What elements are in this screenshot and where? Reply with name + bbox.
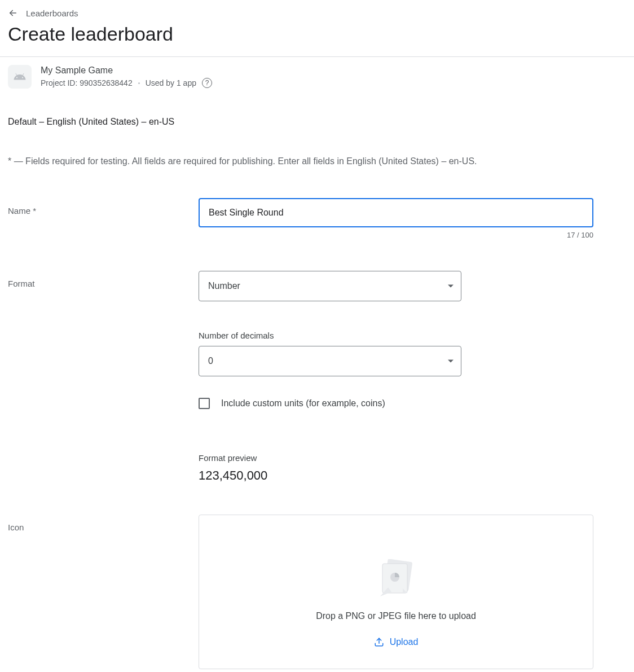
used-by: Used by 1 app: [146, 78, 196, 87]
upload-icon: [374, 637, 384, 647]
upload-label: Upload: [390, 637, 419, 647]
name-label: Name *: [8, 198, 199, 216]
format-preview-label: Format preview: [199, 453, 593, 463]
name-char-counter: 17 / 100: [199, 231, 593, 239]
dropzone-text: Drop a PNG or JPEG file here to upload: [316, 611, 476, 621]
back-arrow-icon[interactable]: [8, 8, 18, 18]
android-icon: [8, 65, 32, 89]
custom-units-checkbox[interactable]: [199, 398, 210, 409]
page-title: Create leaderboard: [8, 21, 626, 46]
decimals-select[interactable]: [199, 346, 461, 376]
help-icon[interactable]: ?: [202, 78, 212, 88]
format-label: Format: [8, 271, 199, 288]
custom-units-label: Include custom units (for example, coins…: [221, 398, 385, 409]
file-stack-icon: [377, 559, 415, 600]
upload-button[interactable]: Upload: [367, 633, 425, 652]
decimals-label: Number of decimals: [199, 331, 593, 340]
icon-dropzone[interactable]: Drop a PNG or JPEG file here to upload U…: [199, 515, 593, 669]
project-id: Project ID: 990352638442: [41, 78, 133, 87]
locale-line: Default – English (United States) – en-U…: [8, 117, 626, 127]
breadcrumb-label: Leaderboards: [26, 8, 78, 18]
format-select[interactable]: [199, 271, 461, 301]
breadcrumb[interactable]: Leaderboards: [8, 8, 626, 18]
icon-label: Icon: [8, 515, 199, 532]
name-input[interactable]: [199, 198, 593, 227]
helper-line: * — Fields required for testing. All fie…: [8, 156, 626, 166]
project-name: My Sample Game: [41, 65, 212, 76]
separator-dot: [138, 82, 140, 84]
format-preview-value: 123,450,000: [199, 468, 593, 483]
project-row: My Sample Game Project ID: 990352638442 …: [0, 57, 634, 96]
